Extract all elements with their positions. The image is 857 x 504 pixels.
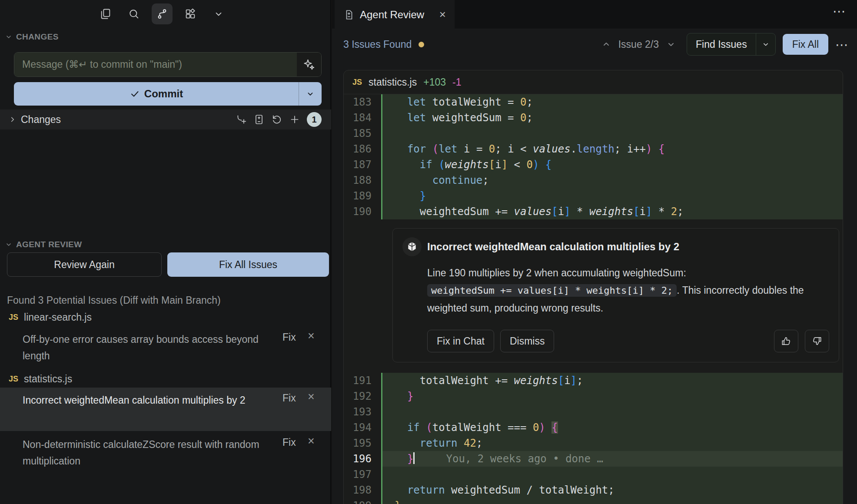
feedback-buttons (774, 330, 829, 352)
find-issues-button[interactable]: Find Issues (687, 33, 756, 55)
code-content: weightedSum += values[i] * weights[i] * … (382, 204, 843, 219)
dismiss-issue-icon[interactable]: × (308, 390, 315, 404)
issue-nav-label: Issue 2/3 (618, 39, 659, 50)
open-changes-icon[interactable] (253, 114, 265, 125)
code-content: } (382, 188, 843, 204)
extensions-icon[interactable] (180, 3, 201, 24)
tab-title: Agent Review (360, 9, 424, 21)
fix-issue-button[interactable]: Fix (282, 392, 296, 404)
code-line: 188 continue; (344, 172, 843, 188)
changes-tree-label: Changes (21, 114, 61, 126)
agent-review-section-title: AGENT REVIEW (16, 240, 82, 249)
code-content: for (let i = 0; i < values.length; i++) … (382, 141, 843, 157)
issue-list-item[interactable]: Non-deterministic calculateZScore result… (0, 432, 331, 475)
inline-issue-card: Incorrect weightedMean calculation multi… (392, 228, 839, 362)
code-line: 197 (344, 467, 843, 482)
code-line: 185 (344, 126, 843, 141)
code-block-bottom: 191 totalWeight += weights[i];192 }19319… (344, 373, 843, 504)
previous-issue-button[interactable] (601, 39, 611, 50)
files-icon[interactable] (95, 3, 116, 24)
diff-card-header: JS statistics.js +103 -1 (344, 70, 843, 94)
code-content: let totalWeight = 0; (382, 94, 843, 110)
editor-tab-bar: Agent Review × ⋯ (332, 0, 857, 29)
code-line: 183 let totalWeight = 0; (344, 94, 843, 110)
code-content: let weightedSum = 0; (382, 110, 843, 126)
line-number: 184 (344, 110, 381, 126)
chevron-down-icon (5, 241, 12, 248)
review-again-button[interactable]: Review Again (7, 252, 162, 277)
thumbs-down-icon[interactable] (805, 330, 829, 352)
close-icon[interactable]: × (439, 8, 446, 21)
line-number: 185 (344, 126, 381, 141)
line-number: 198 (344, 482, 381, 498)
tab-agent-review[interactable]: Agent Review × (335, 0, 455, 29)
thumbs-up-icon[interactable] (774, 330, 798, 352)
line-number: 183 (344, 94, 381, 110)
chevron-down-icon (306, 89, 315, 99)
line-number: 195 (344, 435, 381, 451)
commit-button-group: Commit (14, 82, 322, 106)
unsaved-dot-icon (419, 42, 424, 47)
source-control-icon[interactable] (152, 3, 173, 24)
diff-file-name: statistics.js (369, 76, 417, 88)
inline-issue-header: Incorrect weightedMean calculation multi… (402, 237, 829, 256)
diff-file-icon (343, 9, 355, 20)
line-number: 191 (344, 373, 381, 388)
discard-changes-icon[interactable] (271, 114, 282, 125)
file-name: linear-search.js (24, 312, 92, 323)
fix-all-issues-button[interactable]: Fix All Issues (167, 252, 329, 277)
changes-section-header[interactable]: CHANGES (5, 32, 59, 42)
editor-actions-more-icon[interactable]: ⋯ (833, 3, 847, 19)
file-row-statistics[interactable]: JS statistics.js (0, 370, 331, 388)
search-icon[interactable] (123, 3, 144, 24)
file-name: statistics.js (24, 373, 72, 385)
changes-section-title: CHANGES (16, 32, 59, 42)
line-number: 187 (344, 157, 381, 172)
dismiss-issue-icon[interactable]: × (308, 329, 315, 343)
issue-text: Non-deterministic calculateZScore result… (23, 436, 264, 469)
sidebar-toolbar (95, 3, 229, 24)
chevron-down-icon[interactable] (208, 3, 229, 24)
code-line: 184 let weightedSum = 0; (344, 110, 843, 126)
chevron-down-icon (761, 40, 770, 49)
inline-issue-description: Line 190 multiplies by 2 when accumulati… (427, 264, 829, 317)
fix-all-button[interactable]: Fix All (783, 34, 828, 55)
js-file-icon: JS (352, 78, 362, 87)
git-blame-annotation: You, 2 weeks ago • done … (415, 453, 603, 465)
chevron-up-icon (601, 39, 611, 50)
line-number: 196 (344, 451, 381, 467)
line-number: 190 (344, 204, 381, 219)
agent-review-section-header[interactable]: AGENT REVIEW (5, 240, 82, 249)
source-control-sidebar: CHANGES Commit Changes (0, 0, 331, 504)
check-icon (130, 89, 140, 99)
diff-card: JS statistics.js +103 -1 183 let totalWe… (343, 70, 843, 504)
code-content: if (totalWeight === 0) { (382, 420, 843, 435)
fix-issue-button[interactable]: Fix (282, 332, 296, 343)
description-text: Line 190 multiplies by 2 when accumulati… (427, 267, 686, 279)
code-line: 190 weightedSum += values[i] * weights[i… (344, 204, 843, 219)
line-number: 197 (344, 467, 381, 482)
create-branch-icon[interactable] (236, 114, 247, 125)
fix-issue-button[interactable]: Fix (282, 437, 296, 448)
next-issue-button[interactable] (666, 39, 676, 50)
issue-text: Incorrect weightedMean calculation multi… (23, 392, 264, 408)
line-number: 192 (344, 388, 381, 404)
find-issues-dropdown-button[interactable] (756, 33, 775, 55)
line-number: 199 (344, 498, 381, 504)
commit-button[interactable]: Commit (14, 82, 299, 106)
dismiss-button[interactable]: Dismiss (500, 330, 555, 352)
changes-tree-row[interactable]: Changes 1 (0, 109, 331, 129)
issue-list-item-selected[interactable]: Incorrect weightedMean calculation multi… (0, 388, 331, 431)
commit-message-input[interactable] (14, 53, 297, 76)
file-row-linear-search[interactable]: JS linear-search.js (0, 308, 331, 326)
code-line: 193 (344, 404, 843, 420)
code-content: } (382, 388, 843, 404)
fix-in-chat-button[interactable]: Fix in Chat (427, 330, 494, 352)
stage-all-icon[interactable] (289, 114, 300, 125)
sparkle-icon[interactable] (297, 53, 321, 76)
code-line: 187 if (weights[i] < 0) { (344, 157, 843, 172)
issues-more-icon[interactable]: ⋯ (835, 37, 849, 52)
commit-dropdown-button[interactable] (299, 82, 322, 106)
issue-list-item[interactable]: Off-by-one error causes array bounds acc… (0, 327, 331, 370)
dismiss-issue-icon[interactable]: × (308, 434, 315, 448)
